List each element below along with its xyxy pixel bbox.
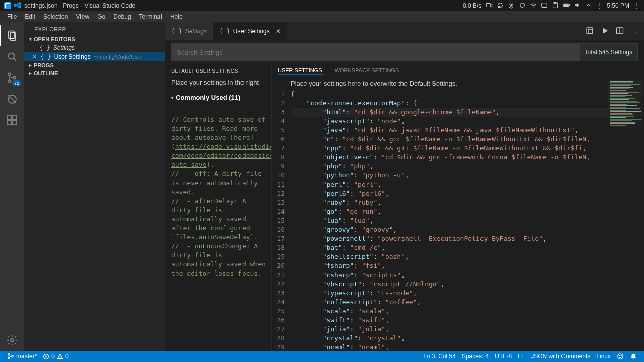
- chevron-right-icon: ▸: [29, 71, 32, 76]
- code-content[interactable]: { "code-runner.executorMap": { "html": "…: [291, 89, 644, 351]
- settings-scope-tabs: USER SETTINGS WORKSPACE SETTINGS: [272, 64, 644, 78]
- editor-area: { } Settings { } User Settings ✕ ···: [165, 22, 644, 351]
- status-os[interactable]: Linux: [593, 353, 614, 360]
- split-editor-icon[interactable]: [616, 27, 624, 36]
- tab-settings-label: Settings: [185, 28, 207, 35]
- scope-tab-user[interactable]: USER SETTINGS: [278, 66, 323, 75]
- tray-circle-icon[interactable]: [519, 2, 526, 10]
- menu-help[interactable]: Help: [166, 12, 187, 21]
- clock[interactable]: 5:50 PM: [607, 2, 629, 9]
- user-settings-sub: Place your settings here to overwrite th…: [272, 78, 644, 89]
- json-icon: { }: [39, 44, 50, 51]
- tray-separator: ⋮: [596, 2, 603, 9]
- tray-bluetooth-icon[interactable]: [508, 2, 515, 10]
- open-editor-user-settings-path: ~/.config/Code/User: [94, 54, 143, 60]
- kde-logo-icon[interactable]: [4, 2, 11, 9]
- status-language[interactable]: JSON with Comments: [528, 353, 593, 360]
- menu-edit[interactable]: Edit: [21, 12, 39, 21]
- outline-section[interactable]: ▸ OUTLINE: [24, 69, 165, 77]
- open-editors-label: OPEN EDITORS: [34, 36, 75, 42]
- tray-battery-icon[interactable]: [563, 2, 570, 10]
- svg-rect-6: [569, 4, 570, 6]
- status-branch[interactable]: master*: [4, 353, 40, 360]
- svg-point-12: [9, 80, 11, 83]
- tray-notification-icon[interactable]: [541, 2, 548, 10]
- svg-rect-17: [8, 121, 12, 125]
- svg-rect-2: [542, 3, 547, 7]
- folder-section[interactable]: ▸ PROGS: [24, 61, 165, 69]
- extensions-icon[interactable]: [0, 110, 24, 131]
- tray-camera-icon[interactable]: [486, 2, 493, 10]
- tray-wifi-icon[interactable]: [530, 2, 537, 10]
- default-settings-sub: Place your settings in the right: [171, 76, 267, 92]
- tab-user-settings[interactable]: { } User Settings ✕: [213, 22, 287, 40]
- search-result-count: Total 545 Settings: [580, 44, 637, 61]
- svg-point-28: [618, 354, 623, 359]
- user-settings-column: USER SETTINGS WORKSPACE SETTINGS Place y…: [272, 64, 644, 351]
- tray-sync-icon[interactable]: [497, 2, 504, 10]
- open-editor-user-settings-label: User Settings: [54, 53, 91, 60]
- default-settings-column: DEFAULT USER SETTINGS Place your setting…: [165, 64, 272, 351]
- search-input[interactable]: [172, 46, 580, 59]
- status-cursor[interactable]: Ln 3, Col 54: [420, 353, 459, 360]
- errors-count: 0: [51, 353, 55, 360]
- vscode-logo-icon: [14, 2, 21, 10]
- status-encoding[interactable]: UTF-8: [492, 353, 515, 360]
- gear-icon[interactable]: [0, 330, 24, 351]
- run-icon[interactable]: [601, 27, 609, 36]
- open-editors-section[interactable]: ▾ OPEN EDITORS: [24, 35, 165, 43]
- svg-point-11: [9, 73, 11, 76]
- search-icon[interactable]: [0, 46, 24, 67]
- explorer-icon[interactable]: [0, 25, 24, 46]
- open-settings-json-icon[interactable]: [586, 27, 594, 36]
- scm-badge: 72: [12, 80, 21, 86]
- line-number-gutter: 1234567891011121314151617181920212223242…: [272, 89, 291, 351]
- tray-chevron-icon[interactable]: [585, 2, 592, 10]
- svg-point-1: [520, 3, 525, 7]
- tab-bar: { } Settings { } User Settings ✕ ···: [165, 22, 644, 40]
- close-icon[interactable]: ✕: [276, 28, 281, 35]
- svg-rect-20: [587, 28, 593, 34]
- activity-bar: 72: [0, 22, 24, 351]
- default-settings-label: DEFAULT USER SETTINGS: [171, 66, 267, 76]
- menu-terminal[interactable]: Terminal: [135, 12, 166, 21]
- editor-code-area[interactable]: 1234567891011121314151617181920212223242…: [272, 89, 644, 351]
- svg-point-19: [11, 339, 14, 342]
- default-settings-comment: // Controls auto save of dirty files. Re…: [171, 106, 267, 278]
- close-icon[interactable]: ✕: [31, 54, 37, 60]
- branch-label: master*: [16, 353, 37, 360]
- status-errors[interactable]: 0 0: [40, 353, 71, 360]
- svg-point-10: [9, 53, 15, 59]
- open-editor-settings[interactable]: { } Settings: [24, 43, 165, 52]
- debug-icon[interactable]: [0, 88, 24, 110]
- svg-rect-7: [565, 4, 568, 6]
- scope-tab-workspace[interactable]: WORKSPACE SETTINGS: [335, 66, 399, 75]
- menu-debug[interactable]: Debug: [109, 12, 135, 21]
- svg-point-26: [12, 355, 14, 357]
- status-spaces[interactable]: Spaces: 4: [459, 353, 492, 360]
- menu-selection[interactable]: Selection: [39, 12, 72, 21]
- more-actions-icon[interactable]: ···: [631, 28, 638, 35]
- net-speed: 0.0 B/s: [463, 2, 481, 9]
- tray-volume-icon[interactable]: [574, 2, 581, 10]
- tab-settings[interactable]: { } Settings: [165, 22, 213, 40]
- tray-clipboard-icon[interactable]: [552, 2, 559, 10]
- svg-point-29: [619, 355, 620, 356]
- open-editor-user-settings[interactable]: ✕ { } User Settings ~/.config/Code/User: [24, 52, 165, 61]
- svg-rect-16: [13, 116, 17, 120]
- menu-go[interactable]: Go: [93, 12, 109, 21]
- menu-view[interactable]: View: [72, 12, 93, 21]
- menu-file[interactable]: File: [3, 12, 21, 21]
- system-titlebar: settings.json - Progs - Visual Studio Co…: [0, 0, 644, 11]
- source-control-icon[interactable]: 72: [0, 67, 24, 88]
- svg-point-30: [621, 355, 621, 356]
- tray-more[interactable]: ⋮: [633, 2, 640, 9]
- svg-rect-18: [13, 121, 17, 125]
- status-eol[interactable]: LF: [515, 353, 528, 360]
- status-bell-icon[interactable]: [627, 353, 640, 360]
- status-bar: master* 0 0 Ln 3, Col 54 Spaces: 4 UTF-8…: [0, 351, 644, 362]
- svg-point-24: [8, 354, 10, 356]
- commonly-used-group[interactable]: ▾ Commonly Used (11): [171, 92, 267, 106]
- status-feedback-icon[interactable]: [614, 353, 627, 360]
- outline-label: OUTLINE: [34, 70, 58, 76]
